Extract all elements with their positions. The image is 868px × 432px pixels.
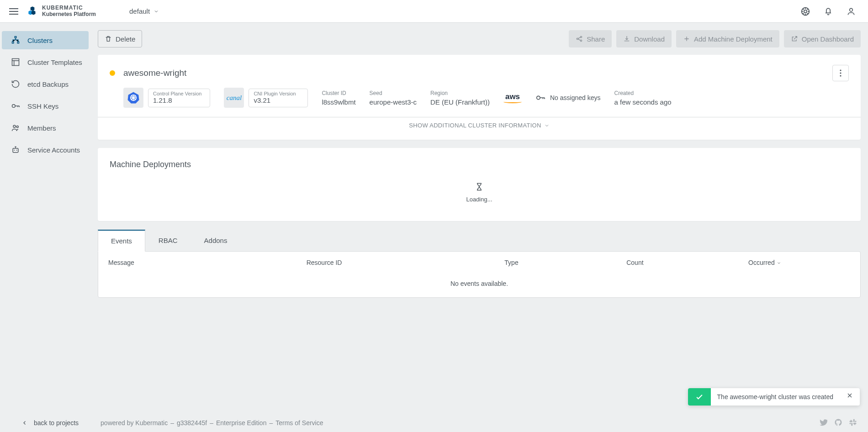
sidebar-item-cluster-templates[interactable]: Cluster Templates <box>2 53 89 71</box>
delete-button[interactable]: Delete <box>98 30 142 47</box>
svg-point-21 <box>537 96 540 99</box>
menu-toggle[interactable] <box>9 8 18 15</box>
canal-icon: canal <box>224 88 244 108</box>
region-chip: Region DE (EU (Frankfurt)) <box>430 90 490 106</box>
chevron-down-icon <box>153 9 159 14</box>
svg-rect-4 <box>12 42 14 43</box>
tab-rbac[interactable]: RBAC <box>145 230 191 252</box>
main-content: Delete Share Download Add Machine Deploy… <box>90 23 868 414</box>
sidebar-item-label: Service Accounts <box>27 146 80 154</box>
toast-close[interactable] <box>840 392 860 401</box>
ssh-keys-info: No assigned keys <box>535 93 601 103</box>
cluster-more-menu[interactable] <box>832 65 849 81</box>
topbar-actions <box>800 6 859 16</box>
external-link-icon <box>791 35 798 42</box>
templates-icon <box>11 58 20 67</box>
col-resource-id[interactable]: Resource ID <box>296 252 495 274</box>
toast-success: The awesome-wright cluster was created <box>688 388 860 406</box>
svg-point-12 <box>16 150 17 151</box>
slack-icon[interactable] <box>849 418 857 428</box>
more-vertical-icon <box>840 69 842 77</box>
sidebar-item-label: SSH Keys <box>27 102 58 110</box>
chevron-left-icon <box>22 420 27 426</box>
tab-events[interactable]: Events <box>98 230 145 252</box>
backup-icon <box>11 79 20 89</box>
svg-point-17 <box>840 72 841 74</box>
cluster-details-card: awesome-wright Control Plane Version 1.2… <box>98 55 861 140</box>
col-occurred[interactable]: Occurred <box>738 252 860 274</box>
events-empty-state: No events available. <box>98 274 860 297</box>
loading-indicator: Loading... <box>110 182 849 203</box>
user-icon[interactable] <box>846 6 856 16</box>
back-to-projects[interactable]: back to projects <box>11 419 79 427</box>
expand-cluster-info[interactable]: SHOW ADDITIONAL CLUSTER INFORMATION <box>98 117 861 140</box>
svg-rect-5 <box>17 42 19 43</box>
help-icon[interactable] <box>800 6 810 16</box>
key-icon <box>11 101 20 111</box>
hourglass-icon <box>475 182 484 191</box>
clusters-icon <box>11 36 20 45</box>
members-icon <box>11 123 20 132</box>
kubermatic-icon <box>26 5 38 17</box>
robot-icon <box>11 145 20 154</box>
sidebar-item-ssh-keys[interactable]: SSH Keys <box>2 97 89 115</box>
aws-icon: aws <box>505 92 520 101</box>
svg-rect-10 <box>13 148 18 153</box>
tab-bar: Events RBAC Addons <box>98 229 861 251</box>
sidebar-item-label: Clusters <box>27 37 53 44</box>
footer: back to projects powered by Kubermatic– … <box>0 414 868 432</box>
col-message[interactable]: Message <box>98 252 296 274</box>
svg-point-8 <box>13 125 16 127</box>
svg-point-2 <box>850 8 853 11</box>
twitter-icon[interactable] <box>820 418 828 428</box>
footer-meta: powered by Kubermatic– g3382445f– Enterp… <box>101 419 323 427</box>
created-chip: Created a few seconds ago <box>614 90 672 106</box>
tab-addons[interactable]: Addons <box>191 230 241 252</box>
chevron-down-icon <box>777 261 781 265</box>
svg-point-11 <box>14 150 15 151</box>
share-button[interactable]: Share <box>569 30 612 47</box>
sidebar-item-label: Cluster Templates <box>27 58 82 66</box>
provider-logo: aws <box>503 92 522 103</box>
svg-point-18 <box>840 75 841 76</box>
sidebar-item-service-accounts[interactable]: Service Accounts <box>2 141 89 159</box>
col-count[interactable]: Count <box>616 252 738 274</box>
machine-deployments-title: Machine Deployments <box>110 160 849 169</box>
tabs-container: Events RBAC Addons Message Resource ID T… <box>98 229 861 311</box>
download-button[interactable]: Download <box>616 30 672 47</box>
github-icon[interactable] <box>834 418 842 428</box>
chevron-down-icon <box>544 123 550 128</box>
svg-rect-6 <box>12 59 19 66</box>
sidebar-item-members[interactable]: Members <box>2 119 89 137</box>
sidebar: Clusters Cluster Templates etcd Backups … <box>0 23 90 414</box>
sidebar-item-label: Members <box>27 124 56 132</box>
cluster-status-indicator <box>110 70 115 76</box>
footer-social <box>820 418 857 428</box>
edition-label: Enterprise Edition <box>216 419 267 427</box>
col-type[interactable]: Type <box>494 252 616 274</box>
top-bar: KUBERMATIC Kubernetes Platform default <box>0 0 868 23</box>
key-icon <box>535 93 545 103</box>
control-plane-version-chip: Control Plane Version 1.21.8 <box>123 88 210 108</box>
events-panel: Message Resource ID Type Count Occurred … <box>98 251 861 298</box>
events-table: Message Resource ID Type Count Occurred <box>98 252 860 274</box>
tos-link[interactable]: Terms of Service <box>275 419 323 427</box>
action-bar: Delete Share Download Add Machine Deploy… <box>98 30 861 47</box>
brand-line1: KUBERMATIC <box>42 5 96 11</box>
share-icon <box>576 35 583 42</box>
svg-rect-3 <box>15 37 16 38</box>
trash-icon <box>105 35 112 42</box>
svg-point-16 <box>840 69 841 71</box>
open-dashboard-button[interactable]: Open Dashboard <box>784 30 861 47</box>
sidebar-item-label: etcd Backups <box>27 80 69 88</box>
add-machine-deployment-button[interactable]: Add Machine Deployment <box>676 30 779 47</box>
cluster-id-chip: Cluster ID l8ss9wlbmt <box>322 90 355 106</box>
toast-message: The awesome-wright cluster was created <box>711 388 840 406</box>
sidebar-item-etcd-backups[interactable]: etcd Backups <box>2 75 89 93</box>
notifications-icon[interactable] <box>823 6 833 16</box>
sidebar-item-clusters[interactable]: Clusters <box>2 31 89 49</box>
project-selector[interactable]: default <box>129 7 159 15</box>
commit-hash: g3382445f <box>177 419 207 427</box>
check-icon <box>688 388 711 406</box>
brand-logo[interactable]: KUBERMATIC Kubernetes Platform <box>26 5 96 17</box>
